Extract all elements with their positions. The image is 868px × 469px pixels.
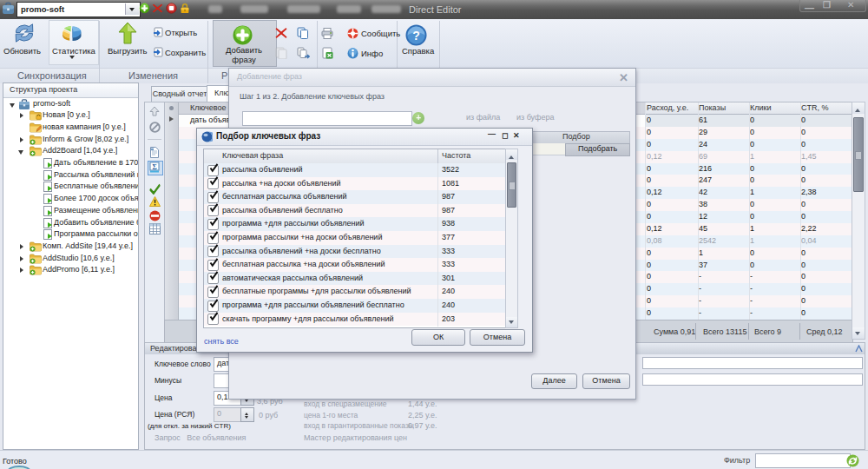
svg-text:?: ? bbox=[412, 29, 420, 43]
svg-text:Σ: Σ bbox=[152, 163, 156, 171]
